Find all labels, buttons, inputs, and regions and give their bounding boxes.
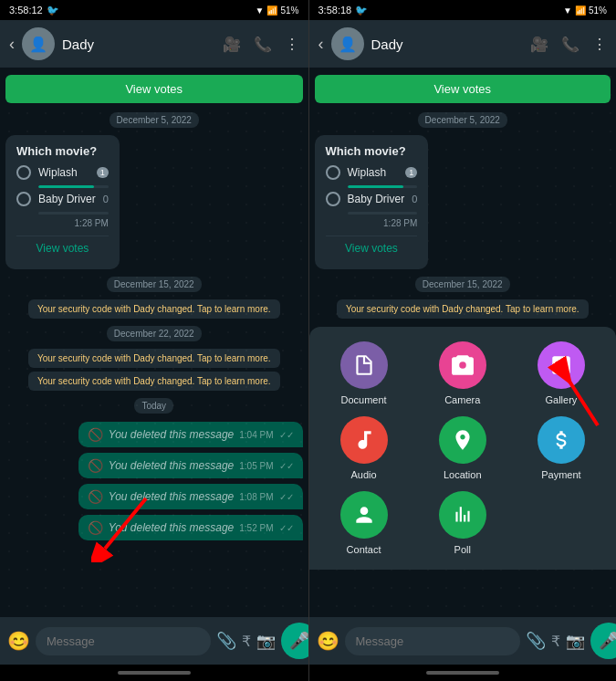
video-call-button-left[interactable]: 🎥	[223, 36, 241, 53]
mic-button-left[interactable]: 🎤	[281, 623, 308, 659]
emoji-button-right[interactable]: 😊	[317, 630, 339, 652]
view-votes-btn-right[interactable]: View votes	[326, 236, 418, 260]
deleted-icon2: 🚫	[88, 458, 103, 473]
bottom-bar-left: 😊 📎 ₹ 📷 🎤	[0, 617, 308, 665]
date-dec15-left: December 15, 2022	[5, 277, 303, 292]
security-notice2-left[interactable]: Your security code with Dady changed. Ta…	[5, 349, 303, 368]
svg-line-3	[557, 361, 598, 425]
poll-radio1-right[interactable]	[326, 165, 340, 180]
nav-bar-left	[0, 665, 308, 681]
nav-bar-right	[309, 665, 617, 681]
voice-call-button-left[interactable]: 📞	[254, 36, 272, 53]
poll-option2-right: Baby Driver 0	[326, 192, 418, 206]
view-votes-btn-left[interactable]: View votes	[16, 236, 109, 260]
poll-option1-right: Wiplash 1	[326, 165, 418, 180]
document-icon	[340, 341, 388, 389]
menu-button-left[interactable]: ⋮	[285, 36, 299, 53]
security-notice3-left[interactable]: Your security code with Dady changed. Ta…	[5, 372, 303, 391]
camera-button-left[interactable]: 📷	[256, 632, 276, 651]
chat-area-left: View votes December 5, 2022 Which movie?…	[0, 68, 308, 617]
video-call-button-right[interactable]: 🎥	[530, 36, 548, 53]
security-notice1-left[interactable]: Your security code with Dady changed. Ta…	[5, 299, 303, 319]
poll-radio2-left[interactable]	[16, 192, 31, 206]
date-dec22-left: December 22, 2022	[5, 326, 303, 341]
voice-call-button-right[interactable]: 📞	[561, 36, 579, 53]
attach-audio[interactable]: Audio	[317, 416, 412, 480]
top-bar-right: ‹ 👤 Dady 🎥 📞 ⋮	[309, 20, 617, 68]
attach-button-right[interactable]: 📎	[526, 631, 546, 651]
wifi-icon-right: 📶	[575, 5, 586, 16]
avatar-left: 👤	[22, 27, 55, 60]
attach-camera[interactable]: Camera	[415, 341, 510, 405]
attach-poll[interactable]: Poll	[415, 491, 510, 555]
avatar-right: 👤	[331, 27, 364, 60]
contact-name-right[interactable]: Dady	[371, 37, 524, 52]
left-panel: 3:58:12 🐦 ▼ 📶 51% ‹ 👤 Dady 🎥 📞 ⋮ View vo…	[0, 0, 308, 681]
date-label-dec5-left: December 5, 2022	[5, 112, 303, 128]
camera-attach-icon	[439, 341, 486, 389]
status-icons-left: ▼ 📶 51%	[256, 5, 299, 16]
status-icons-right: ▼ 📶 51%	[563, 5, 607, 16]
chat-area-right: View votes December 5, 2022 Which movie?…	[309, 68, 617, 617]
emoji-button-left[interactable]: 😊	[7, 630, 30, 652]
view-votes-top-left[interactable]: View votes	[5, 75, 303, 103]
signal-icon-right: ▼	[563, 5, 572, 16]
back-button-right[interactable]: ‹	[318, 35, 324, 54]
svg-line-1	[105, 498, 146, 549]
contact-name-left[interactable]: Dady	[62, 37, 215, 52]
attach-button-left[interactable]: 📎	[216, 631, 236, 651]
red-arrow-left	[91, 489, 173, 562]
security-notice1-right[interactable]: Your security code with Dady changed. Ta…	[315, 299, 611, 319]
attach-document[interactable]: Document	[317, 341, 412, 405]
attach-location[interactable]: Location	[415, 416, 510, 480]
poll-option1-left: Wiplash 1	[16, 165, 109, 180]
menu-button-right[interactable]: ⋮	[592, 36, 607, 53]
date-dec15-right: December 15, 2022	[315, 277, 611, 292]
top-icons-left: 🎥 📞 ⋮	[223, 36, 299, 53]
mic-button-right[interactable]: 🎤	[590, 623, 617, 659]
deleted-msg1-left: 🚫 You deleted this message 1:04 PM ✓✓	[78, 422, 303, 447]
poll-icon	[439, 491, 486, 539]
camera-button-right[interactable]: 📷	[566, 632, 585, 651]
rupee-button-right[interactable]: ₹	[551, 633, 560, 650]
date-label-dec5-right: December 5, 2022	[315, 112, 611, 128]
status-bar-left: 3:58:12 🐦 ▼ 📶 51%	[0, 0, 308, 20]
status-bar-right: 3:58:18 🐦 ▼ 📶 51%	[309, 0, 617, 20]
red-arrow-right	[516, 325, 607, 435]
location-icon	[439, 416, 486, 464]
deleted-icon1: 🚫	[88, 427, 103, 442]
view-votes-top-right[interactable]: View votes	[315, 75, 611, 103]
deleted-msg2-left: 🚫 You deleted this message 1:05 PM ✓✓	[78, 453, 303, 478]
poll-bubble-right: Which movie? Wiplash 1 Baby Driver 0 1:2…	[315, 135, 429, 269]
poll-option2-left: Baby Driver 0	[16, 192, 109, 206]
status-time-right: 3:58:18 🐦	[318, 5, 369, 16]
audio-icon	[340, 416, 388, 464]
twitter-icon-right: 🐦	[355, 5, 368, 16]
back-button-left[interactable]: ‹	[9, 35, 15, 54]
top-icons-right: 🎥 📞 ⋮	[530, 36, 607, 53]
attach-contact[interactable]: Contact	[317, 491, 412, 555]
message-input-right[interactable]	[345, 627, 520, 655]
message-input-left[interactable]	[36, 627, 211, 655]
date-today-left: Today	[5, 398, 303, 414]
twitter-icon: 🐦	[47, 5, 59, 16]
poll-bubble-left: Which movie? Wiplash 1 Baby Driver 0 1:2…	[5, 135, 120, 269]
contact-icon	[340, 491, 388, 539]
bottom-bar-right: 😊 📎 ₹ 📷 🎤	[309, 617, 617, 665]
poll-radio2-right[interactable]	[326, 192, 340, 206]
top-bar-left: ‹ 👤 Dady 🎥 📞 ⋮	[0, 20, 308, 68]
signal-icon: ▼	[256, 5, 265, 16]
status-time-left: 3:58:12 🐦	[9, 5, 59, 16]
poll-radio1-left[interactable]	[16, 165, 31, 180]
rupee-button-left[interactable]: ₹	[242, 633, 251, 650]
right-panel: 3:58:18 🐦 ▼ 📶 51% ‹ 👤 Dady 🎥 📞 ⋮ View vo…	[308, 0, 617, 681]
wifi-icon: 📶	[266, 5, 277, 16]
